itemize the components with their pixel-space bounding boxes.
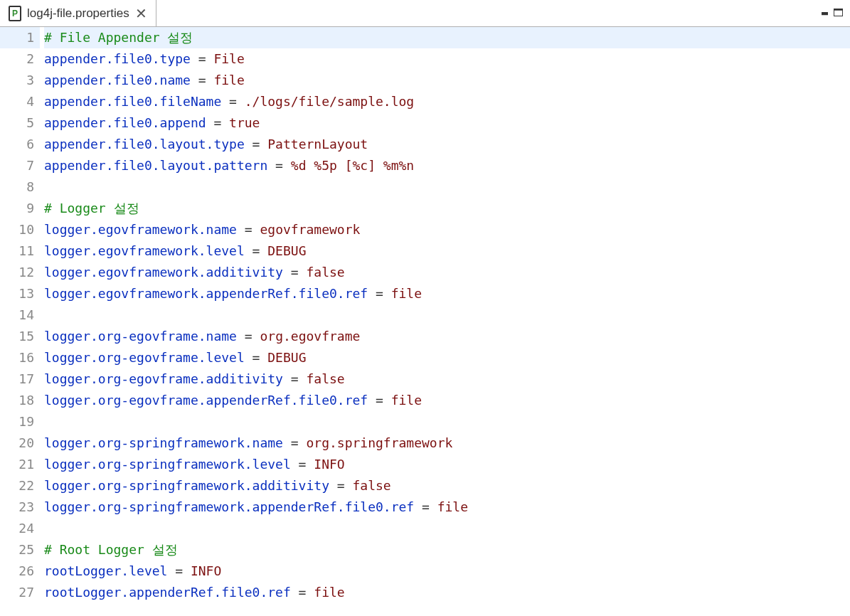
code-line[interactable] — [44, 411, 850, 432]
token-eq: = — [283, 265, 307, 280]
line-number: 7 — [0, 155, 40, 176]
close-icon[interactable]: ✕ — [135, 6, 147, 21]
code-line[interactable]: logger.egovframework.name = egovframewor… — [44, 219, 850, 240]
line-number: 3 — [0, 70, 40, 91]
line-number: 19 — [0, 411, 40, 432]
token-key: logger.org-egovframe.level — [44, 350, 245, 365]
token-eq: = — [245, 137, 268, 152]
code-line[interactable]: appender.file0.layout.type = PatternLayo… — [44, 134, 850, 155]
line-number: 10 — [0, 219, 40, 240]
line-number: 4 — [0, 91, 40, 112]
line-number: 9 — [0, 198, 40, 219]
line-number: 20 — [0, 432, 40, 454]
tab-bar-left: P log4j-file.properties ✕ — [0, 0, 156, 26]
code-line[interactable]: # Logger 설정 — [44, 198, 850, 219]
editor-tab-active[interactable]: P log4j-file.properties ✕ — [0, 0, 156, 26]
token-eq: = — [283, 435, 307, 450]
token-comment: # Root Logger 설정 — [44, 542, 178, 557]
line-number: 14 — [0, 304, 40, 326]
code-line[interactable]: logger.org-egovframe.additivity = false — [44, 368, 850, 390]
token-val: ./logs/file/sample.log — [245, 94, 414, 109]
token-val: false — [306, 371, 344, 386]
code-line[interactable]: appender.file0.type = File — [44, 48, 850, 70]
code-line[interactable] — [44, 518, 850, 539]
properties-file-icon: P — [9, 6, 21, 21]
token-key: rootLogger.level — [44, 563, 167, 578]
code-line[interactable]: logger.org-egovframe.level = DEBUG — [44, 347, 850, 368]
code-content-area[interactable]: # File Appender 설정appender.file0.type = … — [40, 27, 850, 616]
line-number: 22 — [0, 475, 40, 496]
token-val: File — [213, 51, 244, 66]
token-comment: # Logger 설정 — [44, 201, 139, 216]
code-line[interactable]: logger.org-egovframe.name = org.egovfram… — [44, 326, 850, 347]
editor-area[interactable]: 1234567891011121314151617181920212223242… — [0, 27, 850, 616]
code-line[interactable]: logger.org-egovframe.appenderRef.file0.r… — [44, 390, 850, 411]
line-number: 2 — [0, 48, 40, 70]
token-key: appender.file0.append — [44, 115, 206, 130]
token-key: appender.file0.layout.type — [44, 137, 245, 152]
code-line[interactable]: logger.org-springframework.additivity = … — [44, 475, 850, 496]
code-line[interactable]: # File Appender 설정 — [44, 27, 850, 48]
token-key: logger.egovframework.level — [44, 243, 245, 258]
token-key: logger.egovframework.appenderRef.file0.r… — [44, 286, 368, 301]
maximize-icon[interactable]: 🗖 — [833, 8, 843, 18]
code-line[interactable]: appender.file0.append = true — [44, 112, 850, 134]
line-number-gutter: 1234567891011121314151617181920212223242… — [0, 27, 40, 616]
token-eq: = — [221, 94, 245, 109]
code-line[interactable] — [44, 304, 850, 326]
token-key: appender.file0.layout.pattern — [44, 158, 267, 173]
token-eq: = — [167, 563, 191, 578]
line-number: 25 — [0, 539, 40, 561]
token-val: org.springframework — [306, 435, 452, 450]
token-key: rootLogger.appenderRef.file0.ref — [44, 585, 291, 600]
code-line[interactable]: rootLogger.level = INFO — [44, 561, 850, 582]
token-eq: = — [368, 393, 391, 408]
line-number: 12 — [0, 262, 40, 283]
code-line[interactable]: logger.egovframework.appenderRef.file0.r… — [44, 283, 850, 304]
line-number: 21 — [0, 454, 40, 475]
token-val: DEBUG — [267, 243, 306, 258]
line-number: 1 — [0, 27, 40, 48]
token-val: file — [391, 286, 422, 301]
editor-tab-bar: P log4j-file.properties ✕ ▬ 🗖 — [0, 0, 850, 27]
token-eq: = — [368, 286, 391, 301]
token-eq: = — [237, 222, 260, 237]
token-val: INFO — [314, 457, 344, 472]
token-val: egovframework — [260, 222, 360, 237]
code-line[interactable]: logger.org-springframework.appenderRef.f… — [44, 496, 850, 518]
line-number: 26 — [0, 561, 40, 582]
line-number: 18 — [0, 390, 40, 411]
token-comment: # File Appender 설정 — [44, 30, 193, 45]
code-line[interactable]: appender.file0.layout.pattern = %d %5p [… — [44, 155, 850, 176]
line-number: 5 — [0, 112, 40, 134]
code-line[interactable]: rootLogger.appenderRef.file0.ref = file — [44, 582, 850, 603]
code-line[interactable]: appender.file0.fileName = ./logs/file/sa… — [44, 91, 850, 112]
token-eq: = — [291, 457, 314, 472]
code-line[interactable]: logger.org-springframework.level = INFO — [44, 454, 850, 475]
token-eq: = — [329, 478, 353, 493]
token-val: org.egovframe — [260, 329, 360, 344]
line-number: 8 — [0, 176, 40, 198]
code-line[interactable] — [44, 176, 850, 198]
line-number: 15 — [0, 326, 40, 347]
line-number: 27 — [0, 582, 40, 603]
line-number: 6 — [0, 134, 40, 155]
line-number: 11 — [0, 240, 40, 262]
token-val: true — [229, 115, 260, 130]
token-key: logger.org-egovframe.name — [44, 329, 237, 344]
tab-bar-right: ▬ 🗖 — [822, 8, 850, 18]
code-line[interactable]: appender.file0.name = file — [44, 70, 850, 91]
token-val: file — [437, 499, 468, 514]
code-line[interactable]: logger.org-springframework.name = org.sp… — [44, 432, 850, 454]
code-line[interactable]: logger.egovframework.additivity = false — [44, 262, 850, 283]
code-line[interactable]: # Root Logger 설정 — [44, 539, 850, 561]
token-key: logger.org-springframework.additivity — [44, 478, 329, 493]
minimize-icon[interactable]: ▬ — [822, 8, 827, 18]
token-key: logger.org-springframework.name — [44, 435, 283, 450]
token-val: false — [306, 265, 344, 280]
token-val: INFO — [191, 563, 221, 578]
token-key: logger.org-egovframe.appenderRef.file0.r… — [44, 393, 368, 408]
code-line[interactable]: logger.egovframework.level = DEBUG — [44, 240, 850, 262]
token-eq: = — [191, 51, 214, 66]
token-key: logger.org-springframework.level — [44, 457, 291, 472]
